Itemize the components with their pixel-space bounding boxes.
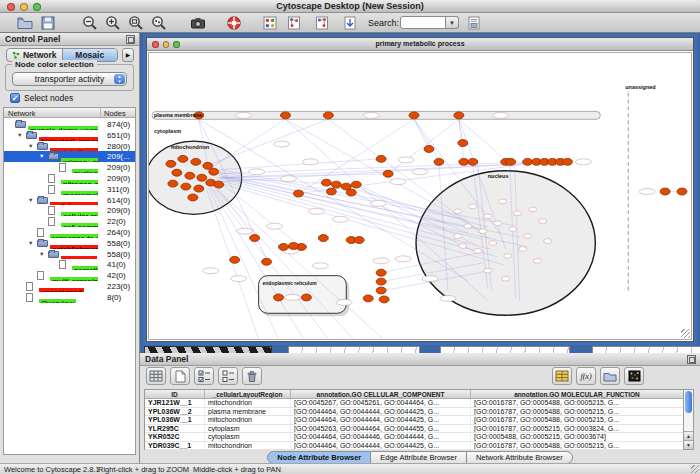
background-window[interactable]	[440, 346, 570, 353]
attribute-grid-button[interactable]	[146, 367, 166, 385]
column-header-annotation-go-cellular-component[interactable]: annotation.GO CELLULAR_COMPONENT	[291, 390, 471, 398]
graph-node[interactable]	[562, 158, 572, 165]
zoom-in-button[interactable]	[104, 14, 122, 32]
graph-node[interactable]	[230, 256, 240, 263]
background-window[interactable]	[592, 346, 700, 353]
graph-node-small[interactable]	[484, 214, 492, 219]
graph-node[interactable]	[351, 181, 361, 188]
graph-node-small[interactable]	[504, 253, 512, 258]
select-nodes-checkbox[interactable]: ✓	[10, 93, 20, 103]
tree-item-macromolecule[interactable]: macromolecule311(0)	[4, 184, 135, 195]
graph-label-node[interactable]	[267, 223, 283, 229]
graph-label-node[interactable]	[370, 200, 386, 206]
graph-node[interactable]	[197, 174, 207, 181]
graph-node-small[interactable]	[514, 211, 522, 216]
tree-item-mosaic-demo-yeast[interactable]: mosaic-demo-yeast874(0)	[4, 119, 135, 130]
search-input[interactable]	[400, 16, 446, 29]
delete-attribute-button[interactable]	[242, 367, 262, 385]
graph-node[interactable]	[178, 155, 188, 162]
attribute-matrix-button[interactable]	[624, 367, 644, 385]
graph-label-node[interactable]	[237, 228, 253, 234]
background-window[interactable]	[144, 346, 272, 353]
graph-label-node[interactable]	[395, 256, 411, 262]
graph-label-node[interactable]	[363, 112, 379, 118]
column-header-annotation-go-molecular-function[interactable]: annotation.GO MOLECULAR_FUNCTION	[471, 390, 683, 398]
attribute-table[interactable]: ID_cellularLayoutRegionannotation.GO CEL…	[144, 389, 684, 450]
graph-node[interactable]	[214, 181, 224, 188]
zoom-selected-button[interactable]	[150, 14, 168, 32]
scrollbar-thumb[interactable]	[685, 391, 692, 413]
graph-node-small[interactable]	[519, 247, 527, 252]
graph-label-node[interactable]	[302, 159, 318, 165]
scroll-up-button[interactable]: ▲	[684, 431, 693, 440]
graph-node[interactable]	[383, 170, 393, 177]
layout-1-button[interactable]	[285, 14, 303, 32]
graph-label-node[interactable]	[274, 141, 290, 147]
table-scrollbar[interactable]: ▲ ▼	[683, 389, 694, 450]
disclosure-triangle-icon[interactable]: ▼	[17, 132, 22, 138]
search-dropdown-button[interactable]: ▼	[446, 16, 459, 29]
graph-node[interactable]	[191, 158, 201, 165]
graph-node[interactable]	[274, 294, 284, 301]
tree-item-secretion[interactable]: secretion41(0)	[4, 259, 135, 270]
graph-node-small[interactable]	[464, 224, 472, 229]
graph-node[interactable]	[279, 244, 289, 251]
graph-node-small[interactable]	[454, 234, 462, 239]
graph-node[interactable]	[424, 146, 434, 153]
graph-node-small[interactable]	[529, 207, 537, 212]
graph-node-small[interactable]	[502, 276, 510, 281]
graph-node[interactable]	[376, 287, 386, 294]
graph-node[interactable]	[321, 179, 331, 186]
graph-edge[interactable]	[211, 188, 304, 339]
save-session-button[interactable]	[39, 14, 57, 32]
graph-node[interactable]	[331, 181, 341, 188]
tree-item-overview[interactable]: Overview8(0)	[4, 292, 135, 303]
graph-node[interactable]	[281, 112, 291, 119]
disclosure-triangle-icon[interactable]: ▼	[28, 240, 33, 246]
graph-node[interactable]	[203, 162, 213, 169]
layout-2-button[interactable]	[313, 14, 331, 32]
graph-node[interactable]	[194, 185, 204, 192]
graph-node-small[interactable]	[499, 199, 507, 204]
graph-edge[interactable]	[219, 172, 466, 220]
node-color-dropdown[interactable]: transporter activity ▲▼	[12, 72, 127, 86]
tree-item-multi-organism-process[interactable]: multi-organism process42(0)	[4, 270, 135, 281]
open-session-button[interactable]	[16, 14, 34, 32]
graph-node-small[interactable]	[489, 241, 497, 246]
float-panel-icon[interactable]	[687, 355, 696, 364]
network-canvas[interactable]: plasma membranecytoplasmmitochondrionnuc…	[148, 52, 692, 340]
graph-label-node[interactable]	[373, 258, 389, 264]
zoom-fit-button[interactable]	[127, 14, 145, 32]
disclosure-triangle-icon[interactable]: ▼	[39, 251, 44, 257]
zoom-out-button[interactable]	[81, 14, 99, 32]
tree-item-biological-process[interactable]: ▼biological_process651(0)	[4, 130, 135, 141]
graph-label-node[interactable]	[203, 268, 219, 274]
tree-item-response-to-stimulus[interactable]: response to stimulus264(0)	[4, 227, 135, 238]
graph-edge[interactable]	[414, 119, 429, 149]
graph-label-node[interactable]	[398, 157, 414, 163]
graph-node[interactable]	[677, 188, 687, 195]
graph-node[interactable]	[459, 158, 469, 165]
graph-label-node[interactable]	[308, 208, 324, 214]
more-tabs-button[interactable]: ▶	[122, 48, 134, 62]
graph-label-node[interactable]	[575, 159, 591, 165]
graph-node[interactable]	[172, 169, 182, 176]
vizmapper-button[interactable]	[261, 14, 279, 32]
graph-node[interactable]	[346, 189, 356, 196]
tree-item-cell-communication[interactable]: cell communication22(0)	[4, 216, 135, 227]
graph-node[interactable]	[660, 188, 670, 195]
table-row[interactable]: YKR052Ccytoplasm[GO:0044464, GO:0044446,…	[145, 433, 683, 442]
select-attributes-button[interactable]	[194, 367, 214, 385]
table-row[interactable]: YLR295Ccytoplasm[GO:0045263, GO:0044464,…	[145, 425, 683, 434]
graph-node[interactable]	[376, 278, 386, 285]
graph-node[interactable]	[209, 168, 219, 175]
graph-node[interactable]	[468, 158, 478, 165]
graph-node[interactable]	[506, 158, 516, 165]
graph-node-small[interactable]	[459, 244, 467, 249]
attribute-table-header[interactable]: ID_cellularLayoutRegionannotation.GO CEL…	[145, 390, 683, 399]
graph-node[interactable]	[354, 237, 364, 244]
tree-item-transport[interactable]: ▼transport558(0)	[4, 249, 135, 260]
tree-item-unassigned[interactable]: unassigned223(0)	[4, 281, 135, 292]
graph-label-node[interactable]	[285, 294, 301, 300]
graph-node[interactable]	[326, 188, 336, 195]
